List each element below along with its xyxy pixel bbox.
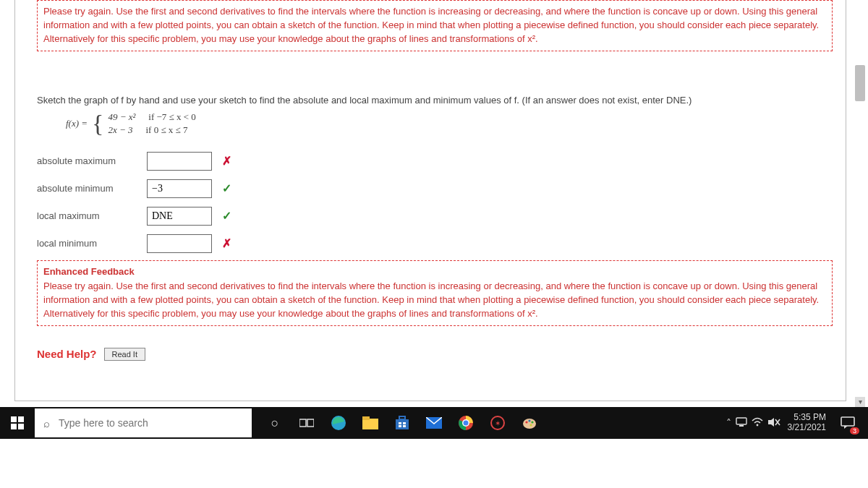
- function-definition: f(x) = { 49 − x² if −7 ≤ x < 0 2x − 3 if…: [66, 111, 833, 136]
- piece2-cond: if 0 ≤ x ≤ 7: [145, 124, 187, 136]
- display-icon[interactable]: [736, 417, 747, 429]
- svg-marker-25: [768, 418, 774, 427]
- feedback-box-bottom: Enhanced Feedback Please try again. Use …: [37, 260, 833, 326]
- wrong-icon: ✗: [221, 236, 232, 250]
- system-tray: ˄ 5:35 PM 3/21/2021 3: [720, 407, 868, 439]
- locmin-label: local minimum: [37, 238, 138, 249]
- absmin-label: absolute minimum: [37, 183, 138, 194]
- feedback-text: Please try again. Use the first and seco…: [43, 281, 819, 319]
- scrollbar-thumb[interactable]: [855, 65, 865, 101]
- task-icons: ○ ✶: [260, 407, 544, 439]
- paint-icon[interactable]: [515, 407, 544, 439]
- question-panel: Please try again. Use the first and seco…: [14, 0, 846, 401]
- svg-rect-1: [307, 419, 314, 427]
- microsoft-store-icon[interactable]: [388, 407, 417, 439]
- piece1-cond: if −7 ≤ x < 0: [148, 111, 196, 123]
- notification-badge: 3: [850, 427, 859, 435]
- blank-area: [0, 439, 868, 488]
- piece2-expr: 2x − 3: [108, 124, 132, 136]
- svg-rect-28: [841, 417, 854, 426]
- absmin-input[interactable]: [147, 179, 212, 198]
- wifi-icon[interactable]: [752, 417, 763, 429]
- feedback-text: Please try again. Use the first and seco…: [43, 6, 819, 44]
- notifications-button[interactable]: 3: [833, 407, 862, 439]
- wrong-icon: ✗: [221, 154, 232, 168]
- scroll-down-icon[interactable]: ▾: [855, 397, 865, 407]
- taskbar-clock[interactable]: 5:35 PM 3/21/2021: [788, 413, 826, 433]
- svg-rect-9: [399, 425, 401, 427]
- read-it-button[interactable]: Read It: [104, 348, 145, 361]
- svg-rect-8: [403, 422, 406, 424]
- svg-rect-10: [403, 425, 406, 427]
- svg-point-19: [528, 419, 530, 421]
- absmax-label: absolute maximum: [37, 155, 138, 166]
- feedback-box-top: Please try again. Use the first and seco…: [37, 0, 833, 51]
- svg-rect-5: [396, 419, 409, 429]
- chrome-icon[interactable]: [451, 407, 480, 439]
- svg-rect-7: [399, 422, 401, 424]
- function-lhs: f(x) =: [66, 118, 88, 129]
- mail-icon[interactable]: [420, 407, 448, 439]
- need-help-label: Need Help?: [37, 348, 97, 360]
- locmin-input[interactable]: [147, 234, 212, 253]
- svg-point-20: [531, 421, 533, 423]
- locmax-input[interactable]: [147, 207, 212, 226]
- svg-point-18: [525, 421, 527, 423]
- search-icon: ⌕: [43, 417, 50, 429]
- volume-muted-icon[interactable]: [767, 417, 780, 429]
- svg-point-24: [756, 424, 758, 426]
- question-prompt: Sketch the graph of f by hand and use yo…: [37, 95, 833, 106]
- start-button[interactable]: [0, 407, 35, 439]
- clock-date: 3/21/2021: [788, 423, 826, 433]
- svg-rect-0: [299, 419, 306, 427]
- svg-point-21: [529, 424, 532, 426]
- brace-icon: {: [92, 113, 103, 134]
- svg-rect-4: [362, 416, 370, 420]
- cortana-icon[interactable]: ○: [260, 407, 289, 439]
- app-icon-red[interactable]: ✶: [483, 407, 512, 439]
- file-explorer-icon[interactable]: [356, 407, 385, 439]
- answers-block: absolute maximum ✗ absolute minimum ✓ lo…: [37, 150, 833, 254]
- search-input[interactable]: [57, 416, 243, 429]
- correct-icon: ✓: [221, 181, 232, 195]
- edge-icon[interactable]: [324, 407, 353, 439]
- clock-time: 5:35 PM: [788, 413, 826, 423]
- svg-marker-29: [844, 426, 848, 429]
- need-help-row: Need Help? Read It: [37, 348, 833, 361]
- svg-rect-6: [399, 416, 405, 419]
- task-view-icon[interactable]: [292, 407, 321, 439]
- windows-icon: [11, 416, 24, 429]
- taskbar: ⌕ ○ ✶ ˄: [0, 407, 868, 439]
- absmax-input[interactable]: [147, 152, 212, 171]
- feedback-title: Enhanced Feedback: [43, 265, 826, 279]
- svg-point-14: [464, 421, 469, 426]
- tray-expand-icon[interactable]: ˄: [726, 417, 731, 429]
- taskbar-search[interactable]: ⌕: [35, 408, 252, 437]
- correct-icon: ✓: [221, 209, 232, 223]
- svg-text:✶: ✶: [495, 419, 501, 427]
- piece1-expr: 49 − x²: [108, 111, 135, 123]
- svg-rect-3: [362, 419, 378, 429]
- svg-rect-23: [739, 425, 744, 427]
- locmax-label: local maximum: [37, 210, 138, 221]
- svg-rect-22: [736, 418, 746, 424]
